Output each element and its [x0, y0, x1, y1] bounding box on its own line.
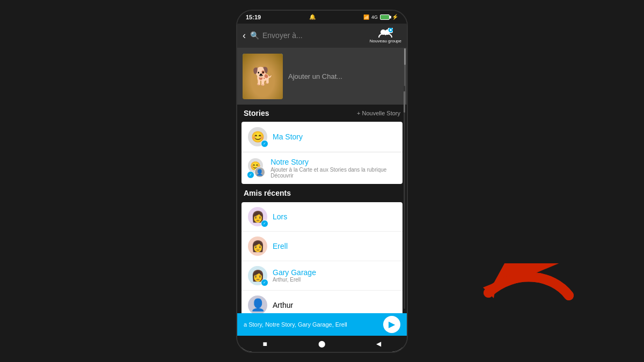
- gary-name: Gary Garage: [273, 268, 316, 277]
- notre-story-name: Notre Story: [270, 158, 396, 166]
- lors-name: Lors: [273, 212, 287, 221]
- search-input-area[interactable]: 🔍 Envoyer à...: [250, 31, 365, 40]
- nav-square-button[interactable]: ■: [263, 339, 267, 348]
- send-button[interactable]: ▶: [383, 316, 400, 333]
- gary-subtitle: Arthur, Erell: [273, 277, 316, 283]
- scrollbar-thumb: [404, 48, 406, 65]
- ami-item-lors[interactable]: 👩 ✓ Lors: [241, 202, 402, 232]
- notre-story-avatar-container: 😊 👤 ✓: [248, 158, 265, 178]
- notification-icon: 🔔: [309, 14, 316, 20]
- add-chat-text[interactable]: Ajouter un Chat...: [288, 72, 342, 80]
- signal-icon: 📶: [363, 14, 369, 20]
- search-icon: 🔍: [250, 31, 259, 40]
- lors-avatar-container: 👩 ✓: [248, 207, 267, 226]
- amis-title: Amis récents: [244, 189, 291, 197]
- amis-section: Amis récents: [237, 184, 407, 200]
- ma-story-check: ✓: [261, 140, 268, 147]
- red-arrow-svg: [483, 263, 580, 328]
- ma-story-avatar-container: 😊 ✓: [248, 127, 267, 146]
- nav-bar: ■ ⬤ ◀: [237, 336, 407, 352]
- nav-triangle-button[interactable]: ◀: [376, 340, 381, 348]
- status-bar: 15:19 🔔 📶 4G ⚡: [237, 11, 407, 24]
- status-icons: 📶 4G ⚡: [363, 14, 398, 20]
- stories-header: Stories + Nouvelle Story: [237, 105, 407, 122]
- ami-item-erell[interactable]: 👩 Erell: [241, 232, 402, 261]
- ma-story-name: Ma Story: [273, 132, 303, 141]
- stories-title: Stories: [244, 109, 269, 117]
- signal-text: 4G: [371, 14, 378, 20]
- nav-circle-button[interactable]: ⬤: [318, 340, 325, 348]
- send-arrow-icon: ▶: [389, 319, 395, 329]
- erell-avatar: 👩: [248, 237, 267, 256]
- scrollbar: [404, 86, 405, 309]
- arthur-name: Arthur: [273, 301, 293, 309]
- gary-check: ✓: [261, 279, 268, 286]
- erell-name: Erell: [273, 242, 288, 250]
- stories-list: 😊 ✓ Ma Story 😊 👤 ✓ Notre Story Ajouter à…: [241, 122, 402, 184]
- lors-check: ✓: [261, 220, 268, 227]
- search-bar: ‹ 🔍 Envoyer à... Nouveau groupe: [237, 24, 407, 48]
- back-button[interactable]: ‹: [243, 30, 246, 41]
- nouvelle-story-button[interactable]: + Nouvelle Story: [357, 110, 400, 116]
- notre-story-secondary-avatar: 👤: [254, 167, 265, 178]
- battery-icon: [380, 14, 390, 20]
- chat-preview-area: 🐕 Ajouter un Chat...: [237, 48, 407, 105]
- search-placeholder: Envoyer à...: [262, 31, 303, 40]
- status-time: 15:19: [246, 14, 261, 20]
- arthur-avatar: 👤: [248, 295, 267, 315]
- notre-story-text: Notre Story Ajouter à la Carte et aux St…: [270, 158, 396, 179]
- dog-photo-inner: 🐕: [243, 54, 283, 99]
- dog-photo: 🐕: [243, 54, 283, 99]
- ami-item-gary-garage[interactable]: 👩 ✓ Gary Garage Arthur, Erell: [241, 261, 402, 291]
- story-item-ma-story[interactable]: 😊 ✓ Ma Story: [241, 122, 402, 152]
- notre-story-subtitle: Ajouter à la Carte et aux Stories dans l…: [270, 167, 396, 179]
- arrow-annotation: [483, 263, 580, 330]
- arthur-avatar-container: 👤: [248, 295, 267, 315]
- new-group-label: Nouveau groupe: [370, 39, 401, 43]
- gary-text: Gary Garage Arthur, Erell: [273, 268, 316, 283]
- selected-text: a Story, Notre Story, Gary Garage, Erell: [244, 321, 383, 328]
- erell-avatar-container: 👩: [248, 237, 267, 256]
- notre-story-check: ✓: [247, 171, 254, 179]
- gary-avatar-container: 👩 ✓: [248, 266, 267, 285]
- phone-screen: 15:19 🔔 📶 4G ⚡ ‹ 🔍 Envoyer à... No: [236, 10, 408, 353]
- new-group-button[interactable]: Nouveau groupe: [370, 28, 401, 43]
- story-item-notre-story[interactable]: 😊 👤 ✓ Notre Story Ajouter à la Carte et …: [241, 152, 402, 184]
- lightning-icon: ⚡: [392, 14, 398, 20]
- scrollbar-handle: [404, 91, 405, 113]
- bottom-bar: a Story, Notre Story, Gary Garage, Erell…: [237, 313, 407, 336]
- new-group-icon: [378, 28, 393, 39]
